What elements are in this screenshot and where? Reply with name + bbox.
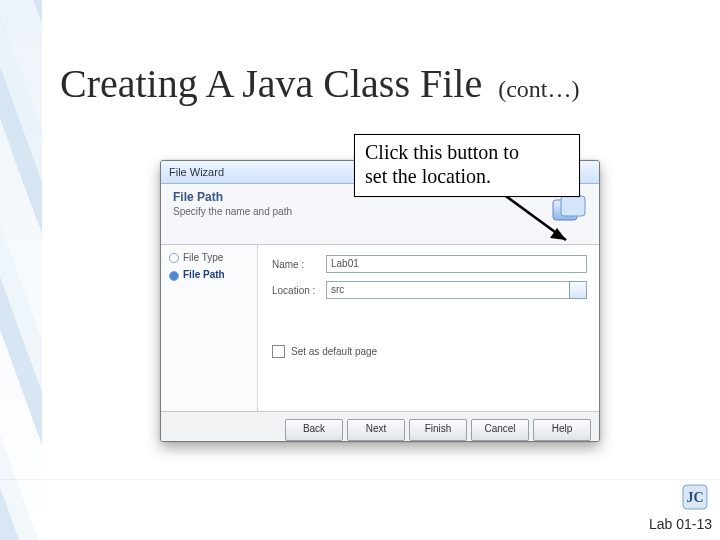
back-button[interactable]: Back bbox=[285, 419, 343, 441]
title-main: Creating A Java Class File bbox=[60, 61, 482, 106]
default-page-row: Set as default page bbox=[272, 345, 587, 358]
svg-text:JC: JC bbox=[686, 490, 703, 505]
jc-logo: JC bbox=[682, 484, 708, 510]
step-bullet-icon bbox=[169, 271, 179, 281]
name-label: Name : bbox=[272, 259, 326, 270]
footer-rule bbox=[0, 479, 720, 480]
slide-number: Lab 01-13 bbox=[649, 516, 712, 532]
wizard-step-file-path[interactable]: File Path bbox=[161, 266, 257, 283]
callout-line1: Click this button to bbox=[365, 141, 569, 165]
slide-title: Creating A Java Class File (cont…) bbox=[60, 60, 580, 107]
browse-location-button[interactable] bbox=[569, 281, 587, 299]
step-label: File Type bbox=[183, 252, 223, 263]
callout-box: Click this button to set the location. bbox=[354, 134, 580, 197]
wizard-step-file-type[interactable]: File Type bbox=[161, 249, 257, 266]
step-bullet-icon bbox=[169, 253, 179, 263]
callout-line2: set the location. bbox=[365, 165, 569, 189]
title-sub: (cont…) bbox=[498, 76, 579, 102]
step-label: File Path bbox=[183, 269, 225, 280]
location-label: Location : bbox=[272, 285, 326, 296]
location-input[interactable]: src bbox=[326, 281, 569, 299]
wizard-steps-nav: File Type File Path bbox=[161, 245, 258, 411]
wizard-form: Name : Lab01 Location : src Set as defau… bbox=[258, 245, 599, 411]
default-page-label: Set as default page bbox=[291, 346, 377, 357]
name-input[interactable]: Lab01 bbox=[326, 255, 587, 273]
wizard-button-bar: Back Next Finish Cancel Help bbox=[161, 411, 599, 442]
next-button[interactable]: Next bbox=[347, 419, 405, 441]
slide-left-accent bbox=[0, 0, 42, 540]
cancel-button[interactable]: Cancel bbox=[471, 419, 529, 441]
default-page-checkbox[interactable] bbox=[272, 345, 285, 358]
finish-button[interactable]: Finish bbox=[409, 419, 467, 441]
help-button[interactable]: Help bbox=[533, 419, 591, 441]
